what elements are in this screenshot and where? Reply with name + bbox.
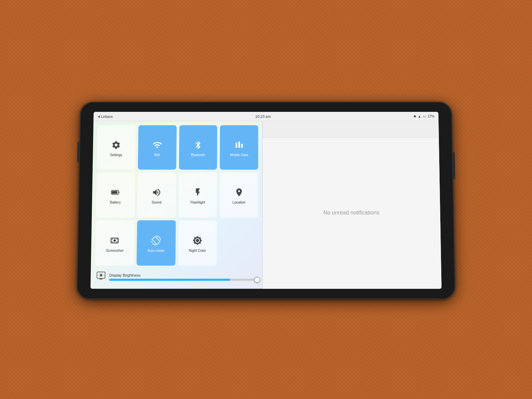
brightness-label: Display Brightness bbox=[109, 273, 256, 277]
battery-percent: 17% bbox=[428, 115, 434, 118]
brightness-content: Display Brightness bbox=[109, 273, 257, 281]
phone-screen: Lebara 10:23 am ✱ ▲ ▭ 17% bbox=[90, 112, 441, 289]
location-label: Location bbox=[233, 201, 246, 205]
battery-label: Battery bbox=[110, 201, 121, 205]
carrier-label: Lebara bbox=[98, 114, 113, 118]
phone-device: Lebara 10:23 am ✱ ▲ ▭ 17% bbox=[76, 102, 455, 299]
battery-status-icon: ▭ bbox=[423, 115, 426, 118]
location-icon bbox=[232, 186, 246, 200]
status-bar: Lebara 10:23 am ✱ ▲ ▭ 17% bbox=[93, 112, 439, 121]
flashlight-icon bbox=[191, 186, 205, 200]
wifi-icon bbox=[150, 138, 164, 152]
location-tile[interactable]: Location bbox=[220, 173, 258, 218]
wifi-label: Wifi bbox=[154, 153, 160, 157]
mobile-data-label: Mobile Data bbox=[230, 153, 248, 157]
svg-rect-2 bbox=[241, 144, 243, 148]
svg-rect-5 bbox=[112, 191, 117, 194]
bluetooth-icon bbox=[191, 138, 205, 152]
svg-rect-1 bbox=[238, 142, 240, 148]
settings-tile[interactable]: Settings bbox=[97, 125, 136, 170]
quick-settings-panel: Settings Wifi bbox=[90, 121, 263, 289]
screenshot-label: Screenshot bbox=[106, 249, 123, 253]
carrier-name: Lebara bbox=[101, 114, 113, 118]
bluetooth-tile[interactable]: Bluetooth bbox=[179, 125, 217, 170]
night-color-label: Night Color bbox=[189, 249, 206, 253]
flashlight-label: Flashlight bbox=[190, 201, 205, 205]
battery-icon bbox=[108, 186, 122, 200]
brightness-slider-track[interactable] bbox=[109, 279, 257, 281]
screenshot-tile[interactable]: Screenshot bbox=[95, 220, 134, 266]
auto-rotate-tile[interactable]: Auto-rotate bbox=[136, 220, 176, 266]
svg-rect-4 bbox=[119, 192, 119, 193]
no-notifications-message: No unread notifications bbox=[323, 210, 379, 216]
status-icons: ✱ ▲ ▭ 17% bbox=[413, 115, 434, 118]
battery-tile[interactable]: Battery bbox=[96, 173, 135, 218]
notifications-header bbox=[263, 121, 439, 138]
auto-rotate-label: Auto-rotate bbox=[147, 249, 164, 253]
tiles-grid: Settings Wifi bbox=[95, 125, 258, 266]
notifications-panel: No unread notifications bbox=[263, 121, 442, 289]
brightness-section: Display Brightness bbox=[95, 268, 258, 285]
auto-rotate-icon bbox=[149, 234, 163, 247]
mobile-data-icon bbox=[232, 138, 246, 152]
mobile-data-tile[interactable]: Mobile Data bbox=[220, 125, 258, 170]
wifi-status-icon: ▲ bbox=[418, 115, 421, 118]
brightness-slider-thumb bbox=[254, 277, 260, 283]
brightness-icon bbox=[96, 271, 106, 282]
sound-icon bbox=[150, 186, 163, 200]
wifi-tile[interactable]: Wifi bbox=[138, 125, 177, 170]
svg-rect-0 bbox=[236, 143, 237, 148]
status-time: 10:23 am bbox=[113, 114, 413, 118]
svg-point-8 bbox=[100, 274, 102, 276]
flashlight-tile[interactable]: Flashlight bbox=[178, 173, 217, 218]
bluetooth-label: Bluetooth bbox=[191, 153, 205, 157]
night-color-tile[interactable]: Night Color bbox=[178, 220, 217, 266]
svg-point-6 bbox=[114, 239, 116, 242]
screen-body: Settings Wifi bbox=[90, 121, 441, 289]
notifications-body: No unread notifications bbox=[263, 138, 442, 289]
screenshot-icon bbox=[108, 234, 122, 247]
night-color-icon bbox=[191, 234, 204, 247]
sound-tile[interactable]: Sound bbox=[137, 173, 176, 218]
brightness-slider-fill bbox=[109, 279, 230, 281]
settings-icon bbox=[109, 138, 123, 152]
settings-label: Settings bbox=[110, 153, 122, 157]
bluetooth-status-icon: ✱ bbox=[413, 115, 416, 118]
sound-label: Sound bbox=[151, 201, 161, 205]
